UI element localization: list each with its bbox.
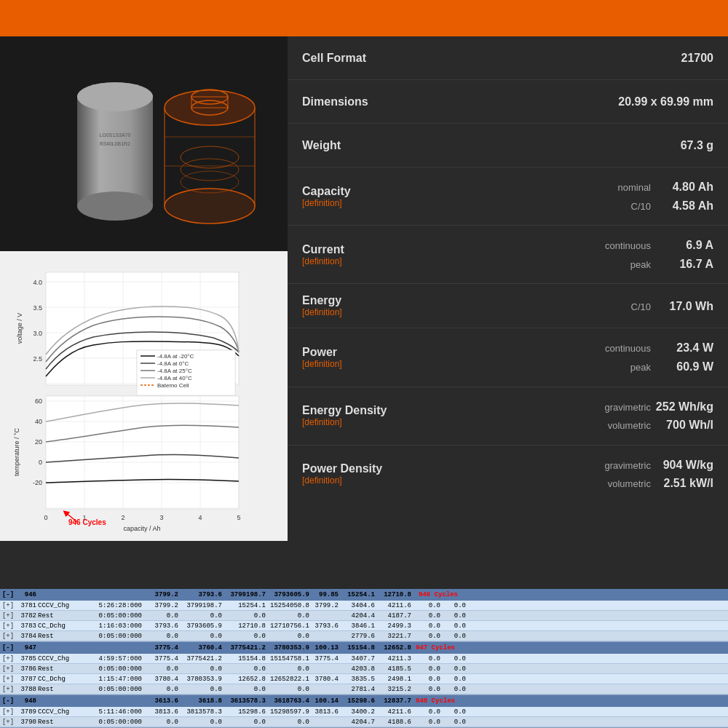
spec-number-2-0: 67.3 g bbox=[655, 136, 713, 155]
table-group-header-1[interactable]: [-]9473775.43760.43775421.23780353.9100.… bbox=[0, 642, 728, 654]
spec-name-5: Energy bbox=[302, 294, 448, 307]
spec-qualifier-8-0: gravimetric bbox=[604, 459, 651, 474]
table-data-row-2-0[interactable]: [+]3789CCCV_Chg5:11:46:0003813.63813578.… bbox=[0, 707, 728, 717]
spec-values-4: continuous6.9 Apeak16.7 A bbox=[448, 236, 713, 273]
table-data-row-0-3[interactable]: [+]3784Rest0:05:00:0000.00.00.00.02779.6… bbox=[0, 631, 728, 641]
svg-point-16 bbox=[165, 189, 255, 223]
spec-values-7: gravimetric252 Wh/kgvolumetric700 Wh/l bbox=[448, 397, 713, 435]
spec-number-1-0: 20.99 x 69.99 mm bbox=[618, 92, 713, 111]
spec-row-1: Dimensions20.99 x 69.99 mm bbox=[288, 80, 728, 124]
spec-row-5: Energy[definition]C/1017.0 Wh bbox=[288, 284, 728, 328]
spec-label-6: Power[definition] bbox=[302, 346, 448, 369]
spec-qualifier-5-0: C/10 bbox=[631, 300, 651, 315]
table-data-row-2-1[interactable]: [+]3790Rest0:05:00:0000.00.00.00.04204.7… bbox=[0, 717, 728, 727]
spec-row-2: Weight67.3 g bbox=[288, 124, 728, 167]
spec-value-line-1-0: 20.99 x 69.99 mm bbox=[448, 92, 713, 111]
svg-text:-4.8A at 25°C: -4.8A at 25°C bbox=[157, 368, 192, 374]
spec-name-0: Cell Format bbox=[302, 52, 448, 65]
svg-text:-4.8A at 0°C: -4.8A at 0°C bbox=[157, 360, 189, 367]
cycle-annotation-2: 948 Cycles bbox=[416, 697, 455, 705]
spec-value-line-7-0: gravimetric252 Wh/kg bbox=[448, 397, 713, 416]
spec-values-3: nominal4.80 AhC/104.58 Ah bbox=[448, 178, 713, 215]
battery-image: LG0S1S3A70 R340L0B1R2 bbox=[0, 36, 288, 251]
table-data-row-1-2[interactable]: [+]3787CC_Dchg1:15:47:0003780.43780353.9… bbox=[0, 674, 728, 684]
svg-text:5: 5 bbox=[237, 514, 240, 521]
spec-row-0: Cell Format21700 bbox=[288, 36, 728, 80]
svg-text:temperature / °C: temperature / °C bbox=[13, 427, 20, 476]
spec-name-6: Power bbox=[302, 346, 448, 359]
spec-label-2: Weight bbox=[302, 139, 448, 152]
spec-row-7: Energy Density[definition]gravimetric252… bbox=[288, 387, 728, 446]
svg-text:4.0: 4.0 bbox=[33, 279, 42, 286]
svg-text:60: 60 bbox=[35, 397, 42, 405]
table-data-row-0-1[interactable]: [+]3782Rest0:05:00:0000.00.00.00.04204.4… bbox=[0, 611, 728, 621]
spec-qualifier-3-1: C/10 bbox=[631, 199, 651, 215]
spec-definition-link-8[interactable]: [definition] bbox=[302, 475, 448, 486]
spec-definition-link-3[interactable]: [definition] bbox=[302, 198, 448, 208]
svg-text:-4.8A at 40°C: -4.8A at 40°C bbox=[157, 375, 192, 381]
spec-qualifier-3-0: nominal bbox=[617, 181, 651, 196]
spec-qualifier-7-0: gravimetric bbox=[604, 400, 651, 416]
cycle-annotation-1: 947 Cycles bbox=[416, 644, 455, 652]
table-group-0: [-]9463799.23793.63799198.73793605.999.8… bbox=[0, 589, 728, 642]
table-data-row-1-3[interactable]: [+]3788Rest0:05:00:0000.00.00.00.02781.4… bbox=[0, 684, 728, 695]
svg-rect-61 bbox=[46, 396, 239, 509]
spec-label-3: Capacity[definition] bbox=[302, 185, 448, 208]
spec-definition-link-7[interactable]: [definition] bbox=[302, 417, 448, 427]
spec-number-6-1: 60.9 W bbox=[655, 357, 713, 376]
table-group-header-0[interactable]: [-]9463799.23793.63799198.73793605.999.8… bbox=[0, 589, 728, 601]
spec-definition-link-6[interactable]: [definition] bbox=[302, 359, 448, 369]
spec-number-7-1: 700 Wh/l bbox=[655, 416, 713, 435]
svg-rect-3 bbox=[77, 97, 153, 206]
spec-qualifier-8-1: volumetric bbox=[608, 477, 651, 492]
spec-value-line-7-1: volumetric700 Wh/l bbox=[448, 416, 713, 435]
spec-row-3: Capacity[definition]nominal4.80 AhC/104.… bbox=[288, 167, 728, 226]
spec-value-line-6-0: continuous23.4 W bbox=[448, 339, 713, 357]
spec-value-line-2-0: 67.3 g bbox=[448, 136, 713, 155]
svg-text:2: 2 bbox=[121, 514, 124, 521]
spec-number-3-0: 4.80 Ah bbox=[655, 178, 713, 197]
table-data-row-0-0[interactable]: [+]3781CCCV_Chg5:26:28:0003799.23799198.… bbox=[0, 601, 728, 611]
spec-values-5: C/1017.0 Wh bbox=[448, 297, 713, 316]
table-data-row-1-0[interactable]: [+]3785CCCV_Chg4:59:57:0003775.43775421.… bbox=[0, 654, 728, 664]
spec-value-line-3-1: C/104.58 Ah bbox=[448, 197, 713, 215]
table-data-row-0-2[interactable]: [+]3783CC_Dchg1:16:03:0003793.63793605.9… bbox=[0, 621, 728, 631]
spec-row-8: Power Density[definition]gravimetric904 … bbox=[288, 446, 728, 503]
spec-qualifier-4-1: peak bbox=[630, 258, 651, 273]
table-group-1: [-]9473775.43760.43775421.23780353.9100.… bbox=[0, 642, 728, 695]
table-group-header-2[interactable]: [-]9483613.63618.83613578.33618763.4100.… bbox=[0, 695, 728, 707]
table-group-2: [-]9483613.63618.83613578.33618763.4100.… bbox=[0, 695, 728, 728]
spec-number-0-0: 21700 bbox=[655, 49, 713, 68]
spec-value-line-4-1: peak16.7 A bbox=[448, 255, 713, 274]
spec-label-0: Cell Format bbox=[302, 52, 448, 65]
svg-text:40: 40 bbox=[35, 418, 42, 425]
spec-label-8: Power Density[definition] bbox=[302, 462, 448, 486]
spec-name-2: Weight bbox=[302, 139, 448, 152]
spec-value-line-5-0: C/1017.0 Wh bbox=[448, 297, 713, 316]
spec-value-line-8-1: volumetric2.51 kW/l bbox=[448, 474, 713, 493]
battery-illustration: LG0S1S3A70 R340L0B1R2 bbox=[9, 42, 279, 246]
spec-number-6-0: 23.4 W bbox=[655, 339, 713, 357]
spec-definition-link-4[interactable]: [definition] bbox=[302, 256, 448, 266]
chart-area: voltage / V 4.0 3.5 3.0 2.5 bbox=[7, 269, 280, 541]
svg-text:3: 3 bbox=[159, 514, 163, 521]
spec-definition-link-5[interactable]: [definition] bbox=[302, 307, 448, 317]
svg-text:4: 4 bbox=[198, 514, 202, 521]
discharge-section: voltage / V 4.0 3.5 3.0 2.5 bbox=[0, 251, 288, 541]
svg-text:0: 0 bbox=[44, 514, 47, 521]
svg-text:-4.8A at -20°C: -4.8A at -20°C bbox=[157, 353, 194, 360]
svg-text:-20: -20 bbox=[33, 479, 42, 486]
table-data-row-1-1[interactable]: [+]3786Rest0:05:00:0000.00.00.00.04203.8… bbox=[0, 664, 728, 674]
spec-values-1: 20.99 x 69.99 mm bbox=[448, 92, 713, 111]
svg-text:0: 0 bbox=[39, 459, 42, 466]
spec-name-3: Capacity bbox=[302, 185, 448, 198]
spec-label-4: Current[definition] bbox=[302, 243, 448, 266]
spec-value-line-0-0: 21700 bbox=[448, 49, 713, 68]
svg-text:3.5: 3.5 bbox=[33, 304, 42, 312]
spec-number-3-1: 4.58 Ah bbox=[655, 197, 713, 215]
spec-value-line-3-0: nominal4.80 Ah bbox=[448, 178, 713, 197]
svg-point-4 bbox=[77, 191, 153, 221]
discharge-title bbox=[7, 258, 280, 269]
spec-values-6: continuous23.4 Wpeak60.9 W bbox=[448, 339, 713, 376]
spec-number-4-1: 16.7 A bbox=[655, 255, 713, 274]
